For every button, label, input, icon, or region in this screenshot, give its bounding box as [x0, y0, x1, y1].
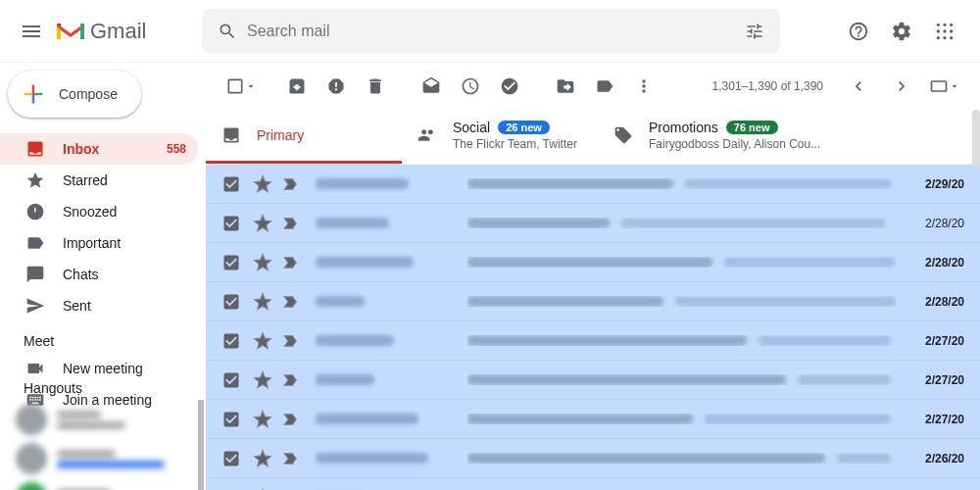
row-checkbox[interactable]	[221, 253, 241, 272]
sender	[316, 372, 467, 388]
hangouts-title: Hangouts	[0, 368, 206, 400]
move-icon[interactable]	[546, 67, 585, 106]
sidebar-item-important[interactable]: Important	[0, 227, 198, 259]
star-icon[interactable]	[253, 410, 272, 429]
email-row[interactable]: 2/27/20	[206, 321, 980, 361]
next-page-icon[interactable]	[882, 67, 921, 106]
email-row[interactable]: 2/27/20	[206, 400, 980, 439]
important-icon[interactable]	[282, 411, 302, 428]
sender	[316, 412, 467, 427]
support-icon[interactable]	[839, 12, 878, 51]
hangouts-contact[interactable]	[0, 439, 198, 478]
prev-page-icon[interactable]	[839, 67, 878, 106]
labels-icon[interactable]	[585, 67, 624, 106]
important-icon[interactable]	[282, 293, 302, 311]
row-checkbox[interactable]	[221, 449, 241, 468]
important-icon[interactable]	[282, 332, 302, 350]
row-checkbox[interactable]	[221, 370, 241, 390]
svg-point-4	[943, 29, 946, 32]
tab-promotions[interactable]: Promotions76 new Fairygodboss Daily, Ali…	[598, 110, 836, 164]
compose-label: Compose	[59, 86, 118, 102]
star-icon[interactable]	[253, 331, 272, 351]
toolbar: 1,301–1,390 of 1,390	[206, 63, 980, 110]
star-icon[interactable]	[253, 253, 272, 272]
meet-title: Meet	[0, 321, 206, 353]
date: 2/27/20	[896, 413, 964, 426]
input-tools-icon[interactable]	[925, 67, 964, 106]
subject	[467, 335, 896, 346]
email-row[interactable]: 2/28/20	[206, 282, 980, 321]
important-icon[interactable]	[282, 254, 302, 271]
sidebar-item-chats[interactable]: Chats	[0, 259, 198, 290]
svg-point-5	[950, 29, 953, 32]
important-icon[interactable]	[282, 371, 302, 389]
svg-point-1	[943, 23, 946, 25]
star-icon[interactable]	[253, 449, 272, 468]
important-icon[interactable]	[282, 215, 302, 232]
search-input[interactable]	[247, 23, 735, 40]
date: 2/27/20	[896, 373, 964, 387]
row-checkbox[interactable]	[221, 174, 241, 194]
email-row[interactable]: 2/26/20	[206, 478, 980, 490]
search-icon[interactable]	[208, 12, 247, 51]
scrollbar[interactable]	[972, 110, 980, 169]
snooze-icon[interactable]	[451, 67, 490, 106]
hangouts-contact[interactable]	[0, 400, 198, 439]
tab-social[interactable]: Social26 new The Flickr Team, Twitter	[402, 110, 598, 164]
email-row[interactable]: 2/27/20	[206, 361, 980, 400]
sender	[316, 333, 467, 349]
subject	[467, 414, 896, 424]
row-checkbox[interactable]	[221, 292, 241, 312]
mark-read-icon[interactable]	[412, 67, 451, 106]
nav-list: Inbox558StarredSnoozedImportantChatsSent	[0, 133, 206, 321]
sender	[316, 294, 467, 310]
subject	[467, 296, 896, 307]
date: 2/28/20	[896, 295, 964, 309]
star-icon[interactable]	[253, 370, 272, 390]
sidebar-item-sent[interactable]: Sent	[0, 290, 198, 321]
hangouts-section: Hangouts	[0, 368, 206, 490]
search-options-icon[interactable]	[735, 12, 774, 51]
delete-icon[interactable]	[356, 67, 395, 106]
date: 2/29/20	[896, 177, 964, 191]
subject	[467, 453, 896, 464]
email-row[interactable]: 2/26/20	[206, 439, 980, 478]
date: 2/28/20	[896, 217, 964, 230]
date: 2/27/20	[896, 334, 964, 348]
nav-icon	[25, 233, 45, 253]
hangouts-contact[interactable]	[0, 478, 198, 490]
email-row[interactable]: 2/29/20	[206, 165, 980, 204]
nav-icon	[25, 139, 45, 159]
compose-button[interactable]: Compose	[8, 71, 141, 118]
row-checkbox[interactable]	[221, 214, 241, 233]
star-icon[interactable]	[253, 214, 272, 233]
settings-icon[interactable]	[882, 12, 921, 51]
more-icon[interactable]	[624, 67, 663, 106]
date: 2/26/20	[896, 452, 964, 466]
archive-icon[interactable]	[277, 67, 317, 106]
svg-point-2	[950, 23, 953, 25]
sidebar-item-snoozed[interactable]: Snoozed	[0, 196, 198, 227]
email-row[interactable]: 2/28/20	[206, 243, 980, 282]
social-badge: 26 new	[498, 121, 550, 134]
select-checkbox[interactable]	[221, 67, 261, 106]
apps-icon[interactable]	[925, 12, 964, 51]
star-icon[interactable]	[253, 292, 272, 312]
row-checkbox[interactable]	[221, 331, 241, 351]
gmail-logo[interactable]: Gmail	[55, 19, 202, 44]
important-icon[interactable]	[282, 175, 302, 193]
spam-icon[interactable]	[317, 67, 356, 106]
sidebar-item-inbox[interactable]: Inbox558	[0, 133, 198, 165]
sidebar-item-starred[interactable]: Starred	[0, 165, 198, 196]
add-task-icon[interactable]	[490, 67, 529, 106]
header-actions	[839, 12, 972, 51]
important-icon[interactable]	[282, 450, 302, 467]
nav-icon	[25, 202, 45, 221]
row-checkbox[interactable]	[221, 410, 241, 429]
search-bar[interactable]	[202, 9, 780, 54]
tab-primary[interactable]: Primary	[206, 110, 402, 164]
star-icon[interactable]	[253, 174, 272, 194]
main-menu-icon[interactable]	[8, 8, 55, 55]
email-row[interactable]: 2/28/20	[206, 204, 980, 243]
sender	[316, 216, 467, 231]
